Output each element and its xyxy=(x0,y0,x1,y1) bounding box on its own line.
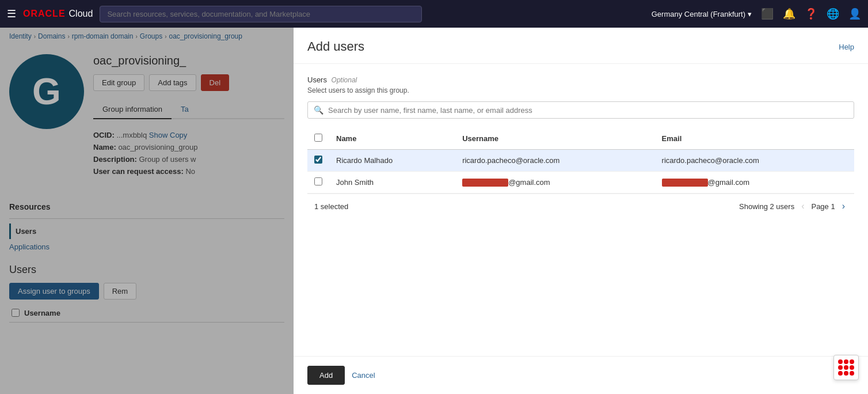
users-field-label: Users xyxy=(307,75,327,84)
help-dot xyxy=(850,359,854,364)
hamburger-menu-icon[interactable]: ☰ xyxy=(7,7,16,20)
row2-email: @gmail.com xyxy=(655,172,854,194)
pagination: Showing 2 users ‹ Page 1 › xyxy=(739,200,847,213)
users-table-body: Ricardo Malhado ricardo.pacheco@oracle.c… xyxy=(307,150,854,194)
email-col-header: Email xyxy=(655,128,854,150)
topnav-right-controls: Germany Central (Frankfurt) ▾ ⬛ 🔔 ❓ 🌐 👤 xyxy=(652,7,861,20)
cancel-button[interactable]: Cancel xyxy=(352,371,375,380)
user-profile-icon[interactable]: 👤 xyxy=(848,7,861,20)
add-users-modal: Add users Help Users Optional Select use… xyxy=(294,28,868,394)
row1-checkbox[interactable] xyxy=(314,156,322,164)
users-field-description: Select users to assign this group. xyxy=(307,86,854,94)
help-dot xyxy=(850,365,854,370)
help-widget-grid xyxy=(838,359,854,376)
add-button[interactable]: Add xyxy=(307,366,345,385)
row2-checkbox-cell xyxy=(307,172,329,194)
select-all-checkbox[interactable] xyxy=(314,134,322,142)
help-dot xyxy=(850,371,854,376)
row1-email: ricardo.pacheco@oracle.com xyxy=(655,150,854,172)
users-table-head: Name Username Email xyxy=(307,128,854,150)
row2-name: John Smith xyxy=(329,172,455,194)
row2-email-suffix: @gmail.com xyxy=(708,178,749,187)
oracle-wordmark: ORACLE xyxy=(23,9,66,19)
username-col-header: Username xyxy=(455,128,654,150)
region-selector[interactable]: Germany Central (Frankfurt) ▾ xyxy=(652,10,752,18)
users-table: Name Username Email Ricardo Malhado rica… xyxy=(307,128,854,194)
help-dot xyxy=(838,371,843,376)
select-all-col xyxy=(307,128,329,150)
help-link[interactable]: Help xyxy=(839,43,854,51)
row2-username: @gmail.com xyxy=(455,172,654,194)
table-footer: 1 selected Showing 2 users ‹ Page 1 › xyxy=(307,194,854,218)
help-dot xyxy=(838,359,843,364)
row2-username-redacted xyxy=(462,179,508,187)
user-search-input[interactable] xyxy=(328,106,848,115)
help-icon[interactable]: ❓ xyxy=(805,7,817,20)
region-label: Germany Central (Frankfurt) xyxy=(652,10,745,18)
modal-footer: Add Cancel xyxy=(294,356,868,394)
modal-header: Add users Help xyxy=(294,28,868,64)
help-dot xyxy=(838,365,843,370)
help-dot xyxy=(844,359,848,364)
row2-username-suffix: @gmail.com xyxy=(508,178,550,187)
showing-count: Showing 2 users xyxy=(739,202,794,211)
search-icon: 🔍 xyxy=(314,105,323,115)
topnav: ☰ ORACLE Cloud Germany Central (Frankfur… xyxy=(0,0,868,28)
name-col-header: Name xyxy=(329,128,455,150)
help-dot xyxy=(844,365,848,370)
row2-checkbox[interactable] xyxy=(314,177,322,185)
notification-bell-icon[interactable]: 🔔 xyxy=(783,7,795,20)
help-widget[interactable] xyxy=(833,355,859,380)
page-label: Page 1 xyxy=(811,202,835,211)
language-globe-icon[interactable]: 🌐 xyxy=(827,7,839,20)
help-dot xyxy=(844,371,848,376)
row1-name: Ricardo Malhado xyxy=(329,150,455,172)
table-header-row: Name Username Email xyxy=(307,128,854,150)
modal-title: Add users xyxy=(307,39,364,54)
chevron-down-icon: ▾ xyxy=(748,10,752,18)
selected-count: 1 selected xyxy=(314,202,348,211)
modal-body: Users Optional Select users to assign th… xyxy=(294,64,868,356)
search-box: 🔍 xyxy=(307,101,854,119)
row1-checkbox-cell xyxy=(307,150,329,172)
row2-email-redacted xyxy=(662,179,708,187)
cloud-shell-icon[interactable]: ⬛ xyxy=(761,7,774,20)
prev-page-button[interactable]: ‹ xyxy=(799,200,806,213)
table-row: Ricardo Malhado ricardo.pacheco@oracle.c… xyxy=(307,150,854,172)
row1-username: ricardo.pacheco@oracle.com xyxy=(455,150,654,172)
users-field-optional: Optional xyxy=(332,76,357,84)
oracle-logo: ORACLE Cloud xyxy=(23,9,93,19)
next-page-button[interactable]: › xyxy=(840,200,847,213)
table-row: John Smith @gmail.com @gmail.com xyxy=(307,172,854,194)
global-search-input[interactable] xyxy=(100,6,422,22)
main-layout: Identity › Domains › rpm-domain domain ›… xyxy=(0,28,868,394)
cloud-wordmark: Cloud xyxy=(69,9,93,19)
